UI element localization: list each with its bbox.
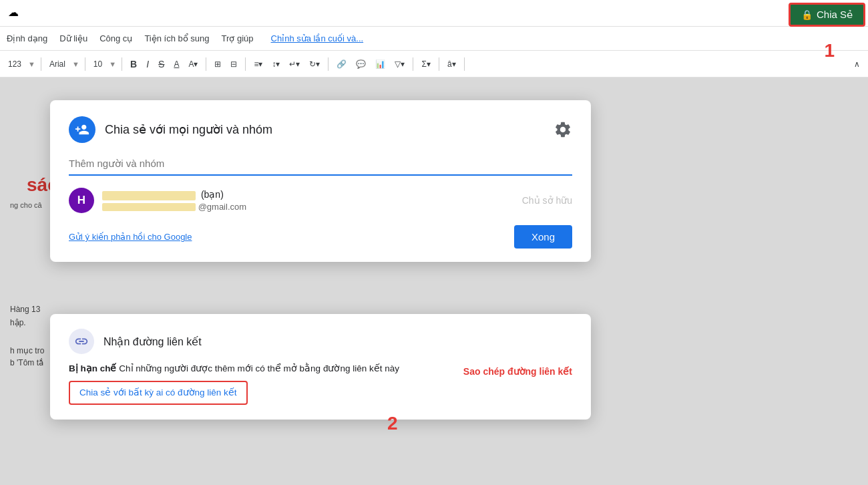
- search-wrapper: [69, 155, 572, 176]
- lock-icon: 🔒: [801, 9, 813, 20]
- menu-bar: Định dạng Dữ liệu Công cụ Tiện ích bổ su…: [0, 27, 868, 51]
- link-svg: [74, 334, 89, 349]
- toolbar-divider-8: [439, 57, 439, 71]
- font-selector[interactable]: Arial: [47, 58, 68, 70]
- menu-du-lieu[interactable]: Dữ liệu: [59, 33, 87, 43]
- feedback-link[interactable]: Gửi ý kiến phản hồi cho Google: [69, 232, 192, 242]
- toolbar-divider-6: [328, 57, 329, 71]
- top-bar: ☁: [0, 0, 868, 27]
- user-info: (bạn) @gmail.com: [102, 189, 509, 211]
- font-size[interactable]: 10: [91, 58, 105, 70]
- user-you-label: (bạn): [201, 189, 224, 200]
- annotation-2: 2: [387, 413, 398, 434]
- toolbar-divider-7: [413, 57, 413, 71]
- filter-button[interactable]: ▽▾: [392, 58, 407, 70]
- link-restricted-text: Bị hạn chế Chỉ những người được thêm mới…: [69, 362, 439, 375]
- sum-button[interactable]: Σ▾: [419, 58, 433, 70]
- rotate-button[interactable]: ↻▾: [306, 58, 322, 70]
- settings-icon[interactable]: [554, 120, 572, 139]
- user-avatar: H: [69, 188, 94, 213]
- link-dialog-title: Nhận đường liên kết: [103, 335, 202, 348]
- menu-tien-ich[interactable]: Tiện ích bổ sung: [144, 33, 209, 43]
- toolbar-divider-9: [464, 57, 465, 71]
- textwrap-button[interactable]: ↵▾: [286, 58, 302, 70]
- cell-ref[interactable]: 123: [5, 58, 24, 70]
- link-body: Bị hạn chế Chỉ những người được thêm mới…: [69, 362, 572, 405]
- toolbar-divider-4: [206, 57, 206, 71]
- user-name-redacted: [102, 191, 196, 200]
- link-restricted-bold: Bị hạn chế: [69, 363, 117, 373]
- share-button-label: Chia Sẻ: [817, 9, 853, 21]
- dialog-title: Chia sẻ với mọi người và nhóm: [105, 122, 554, 137]
- annotation-1: 1: [824, 40, 835, 61]
- underline-button[interactable]: A: [171, 58, 182, 70]
- copy-link-button[interactable]: Sao chép đường liên kết: [453, 366, 572, 377]
- share-dialog: Chia sẻ với mọi người và nhóm H (bạn) @g…: [50, 100, 591, 262]
- person-add-svg: [75, 122, 89, 137]
- menu-dinh-dang[interactable]: Định dạng: [7, 33, 47, 43]
- menu-cong-cu[interactable]: Công cụ: [99, 33, 132, 43]
- share-button[interactable]: 🔒 Chia Sẻ: [789, 3, 865, 27]
- user-email-redacted: [102, 203, 196, 211]
- cloud-icon: ☁: [8, 6, 23, 21]
- align-button[interactable]: ≡▾: [251, 58, 265, 70]
- toolbar-divider-1: [41, 57, 41, 71]
- collapse-button[interactable]: ∧: [851, 58, 863, 70]
- user-role: Chủ sở hữu: [509, 195, 572, 206]
- link-restricted-detail: Chỉ những người được thêm mới có thể mở …: [119, 363, 399, 373]
- link-button[interactable]: 🔗: [334, 58, 349, 70]
- merge-button[interactable]: ⊟: [228, 58, 240, 70]
- valign-button[interactable]: ↕▾: [269, 58, 282, 70]
- user-email-line: @gmail.com: [102, 202, 509, 212]
- borders-button[interactable]: ⊞: [212, 58, 224, 70]
- menu-last-edit[interactable]: Chỉnh sửa lần cuối và...: [271, 33, 364, 43]
- dialog-footer: Gửi ý kiến phản hồi cho Google Xong: [69, 225, 572, 249]
- link-dialog: Nhận đường liên kết Bị hạn chế Chỉ những…: [50, 314, 591, 420]
- toolbar-divider-2: [85, 57, 85, 71]
- dialog-header: Chia sẻ với mọi người và nhóm: [69, 116, 572, 143]
- toolbar: 123 ▼ Arial ▼ 10 ▼ B I S A A▾ ⊞ ⊟ ≡▾ ↕▾ …: [0, 51, 868, 77]
- user-name-line: (bạn): [102, 189, 509, 200]
- toolbar-divider-5: [245, 57, 246, 71]
- toolbar-divider-3: [122, 57, 122, 71]
- done-button[interactable]: Xong: [514, 225, 572, 249]
- user-row: H (bạn) @gmail.com Chủ sở hữu: [69, 188, 572, 213]
- link-header: Nhận đường liên kết: [69, 329, 572, 354]
- fill-color-button[interactable]: A▾: [186, 58, 200, 70]
- user-email-suffix: @gmail.com: [198, 202, 246, 212]
- link-left: Bị hạn chế Chỉ những người được thêm mới…: [69, 362, 439, 405]
- bold-button[interactable]: B: [128, 57, 140, 71]
- comment-button[interactable]: 💬: [353, 58, 369, 70]
- italic-button[interactable]: I: [144, 57, 152, 71]
- search-input[interactable]: [69, 155, 572, 172]
- chart-button[interactable]: 📊: [373, 58, 388, 70]
- link-icon-circle: [69, 329, 94, 354]
- more-button[interactable]: â▾: [445, 58, 459, 70]
- link-change-button[interactable]: Chia sẻ với bất kỳ ai có đường liên kết: [69, 381, 248, 405]
- add-people-icon: [69, 116, 95, 143]
- strikethrough-button[interactable]: S: [156, 57, 167, 71]
- menu-tro-giup[interactable]: Trợ giúp: [222, 33, 254, 43]
